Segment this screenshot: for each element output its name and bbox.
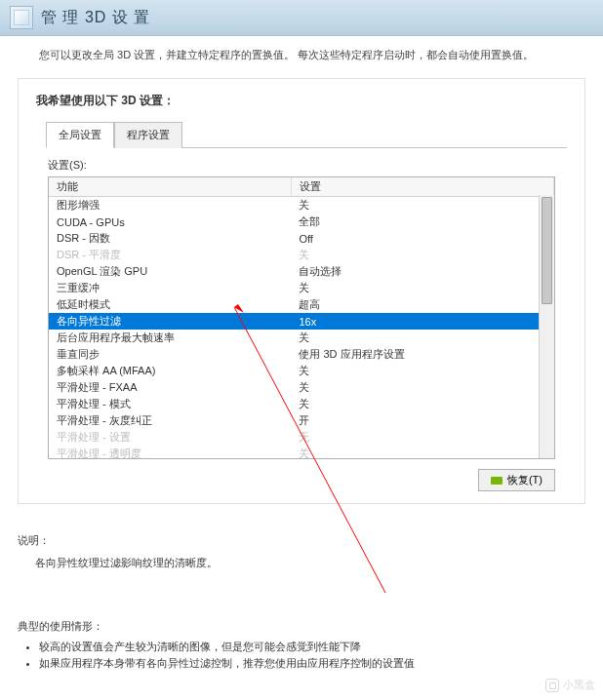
watermark-icon [545, 679, 559, 692]
scrollbar-thumb[interactable] [542, 197, 552, 304]
description-block: 说明： 各向异性纹理过滤影响纹理的清晰度。 [18, 533, 585, 570]
feature-cell: 平滑处理 - FXAA [49, 379, 291, 396]
settings-table: 功能 设置 图形增强关CUDA - GPUs全部DSR - 因数OffDSR -… [49, 177, 554, 459]
settings-label: 设置(S): [48, 158, 567, 173]
setting-cell: 关 [291, 379, 553, 396]
restore-button[interactable]: 恢复(T) [478, 469, 555, 491]
settings-table-wrap: 功能 设置 图形增强关CUDA - GPUs全部DSR - 因数OffDSR -… [48, 176, 555, 459]
tab-global[interactable]: 全局设置 [46, 122, 114, 148]
setting-cell: 关 [291, 280, 553, 296]
table-row[interactable]: 垂直同步使用 3D 应用程序设置 [49, 346, 554, 363]
feature-cell: 后台应用程序最大帧速率 [49, 330, 291, 346]
tab-row: 全局设置 程序设置 [46, 121, 567, 148]
usage-item: 较高的设置值会产生较为清晰的图像，但是您可能会感觉到性能下降 [39, 640, 585, 654]
nvidia-logo-icon [491, 477, 502, 485]
feature-cell: 垂直同步 [49, 346, 291, 363]
col-setting[interactable]: 设置 [291, 177, 553, 197]
table-row[interactable]: 后台应用程序最大帧速率关 [49, 330, 554, 346]
watermark-text: 小黑盒 [563, 678, 595, 692]
usage-heading: 典型的使用情形： [18, 619, 585, 634]
usage-item: 如果应用程序本身带有各向异性过滤控制，推荐您使用由应用程序控制的设置值 [39, 656, 585, 671]
settings-panel: 我希望使用以下 3D 设置： 全局设置 程序设置 设置(S): 功能 设置 图形… [18, 78, 585, 504]
page-title: 管 理 3D 设 置 [41, 8, 150, 28]
setting-cell: 关 [291, 247, 553, 263]
table-row[interactable]: 各向异性过滤16x⌄ [49, 313, 554, 330]
setting-cell: 关 [291, 363, 553, 379]
feature-cell: 各向异性过滤 [49, 313, 291, 330]
feature-cell: 平滑处理 - 设置 [49, 429, 291, 446]
feature-cell: 平滑处理 - 透明度 [49, 446, 291, 459]
intro-text: 您可以更改全局 3D 设置，并建立特定程序的置换值。 每次这些特定程序启动时，都… [0, 36, 603, 72]
feature-cell: 平滑处理 - 灰度纠正 [49, 412, 291, 429]
setting-cell: 无 [291, 429, 553, 446]
table-row[interactable]: 平滑处理 - 设置无 [49, 429, 554, 446]
setting-cell: 全部 [291, 214, 553, 230]
watermark: 小黑盒 [545, 678, 595, 692]
col-feature[interactable]: 功能 [49, 177, 291, 197]
table-row[interactable]: 平滑处理 - 灰度纠正开 [49, 412, 554, 429]
feature-cell: 图形增强 [49, 197, 291, 214]
feature-cell: 多帧采样 AA (MFAA) [49, 363, 291, 379]
vertical-scrollbar[interactable] [539, 195, 554, 458]
table-row[interactable]: DSR - 平滑度关 [49, 247, 554, 263]
feature-cell: OpenGL 渲染 GPU [49, 263, 291, 280]
table-row[interactable]: 三重缓冲关 [49, 280, 554, 296]
setting-value: 16x [299, 316, 316, 328]
table-row[interactable]: 平滑处理 - FXAA关 [49, 379, 554, 396]
table-row[interactable]: OpenGL 渲染 GPU自动选择 [49, 263, 554, 280]
usage-list: 较高的设置值会产生较为清晰的图像，但是您可能会感觉到性能下降 如果应用程序本身带… [39, 640, 585, 671]
feature-cell: DSR - 因数 [49, 230, 291, 247]
setting-cell: 使用 3D 应用程序设置 [291, 346, 553, 363]
restore-button-label: 恢复(T) [507, 473, 543, 487]
setting-cell: Off [291, 230, 553, 247]
table-row[interactable]: 图形增强关 [49, 197, 554, 214]
table-row[interactable]: DSR - 因数Off [49, 230, 554, 247]
feature-cell: 三重缓冲 [49, 280, 291, 296]
table-row[interactable]: 低延时模式超高 [49, 296, 554, 313]
usage-block: 典型的使用情形： 较高的设置值会产生较为清晰的图像，但是您可能会感觉到性能下降 … [18, 619, 585, 671]
setting-cell: 关 [291, 446, 553, 459]
page-header: 管 理 3D 设 置 [0, 0, 603, 36]
description-text: 各向异性纹理过滤影响纹理的清晰度。 [35, 556, 585, 570]
feature-cell: 平滑处理 - 模式 [49, 396, 291, 412]
setting-cell: 关 [291, 330, 553, 346]
setting-cell: 关 [291, 396, 553, 412]
panel-title: 我希望使用以下 3D 设置： [36, 93, 567, 109]
feature-cell: DSR - 平滑度 [49, 247, 291, 263]
feature-cell: CUDA - GPUs [49, 214, 291, 230]
table-row[interactable]: 多帧采样 AA (MFAA)关 [49, 363, 554, 379]
setting-cell[interactable]: 16x⌄ [291, 313, 553, 330]
setting-cell: 关 [291, 197, 553, 214]
setting-cell: 自动选择 [291, 263, 553, 280]
feature-cell: 低延时模式 [49, 296, 291, 313]
table-row[interactable]: 平滑处理 - 透明度关 [49, 446, 554, 459]
setting-cell: 开 [291, 412, 553, 429]
table-row[interactable]: CUDA - GPUs全部 [49, 214, 554, 230]
tab-program[interactable]: 程序设置 [114, 122, 182, 148]
description-heading: 说明： [18, 533, 585, 548]
setting-cell: 超高 [291, 296, 553, 313]
header-3d-icon [10, 6, 33, 29]
table-row[interactable]: 平滑处理 - 模式关 [49, 396, 554, 412]
button-row: 恢复(T) [36, 469, 555, 491]
